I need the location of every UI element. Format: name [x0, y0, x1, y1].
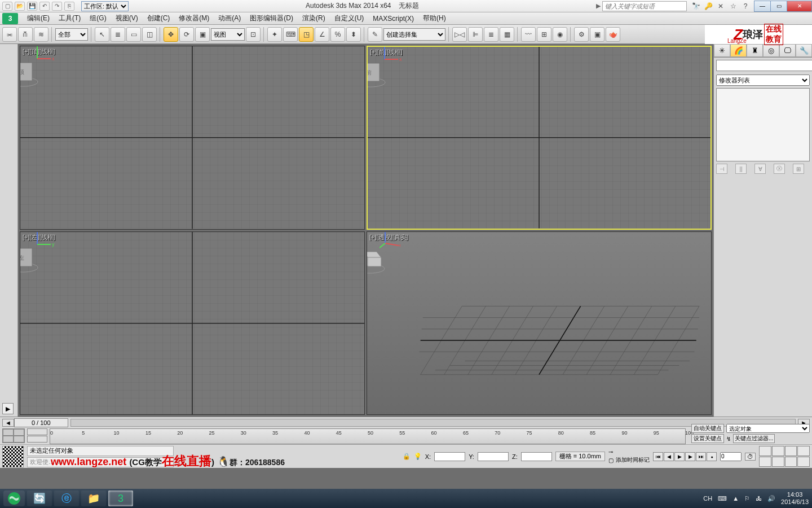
key-mode-toggle-icon[interactable]: ⬥	[707, 452, 717, 461]
time-tag-icon[interactable]: ▢	[608, 457, 614, 463]
menu-maxscript[interactable]: MAXScript(X)	[368, 15, 418, 23]
zoom-extents-all-icon[interactable]	[797, 446, 810, 456]
coord-x-input[interactable]	[434, 452, 465, 461]
tab-hierarchy-icon[interactable]: ♜	[747, 44, 763, 57]
tab-modify-icon[interactable]: 🌈	[730, 44, 747, 57]
trackbar-keys-icon[interactable]	[27, 428, 47, 444]
scroll-left-icon[interactable]: ◄	[2, 419, 14, 427]
goto-end-icon[interactable]: ⏭	[696, 452, 706, 461]
tray-network-icon[interactable]: 🖧	[756, 495, 762, 502]
rotate-tool-icon[interactable]: ⟳	[179, 27, 194, 42]
mirror-icon[interactable]: ▷◁	[452, 27, 467, 42]
viewport-layout-icon[interactable]	[2, 428, 25, 443]
taskbar-ie-icon[interactable]: ⓔ	[54, 491, 79, 506]
pin-stack-icon[interactable]: ⊣	[716, 164, 727, 174]
taskbar-3dsmax-icon[interactable]: 3	[108, 491, 133, 506]
close-button[interactable]: ✕	[787, 1, 812, 12]
tab-create-icon[interactable]: ✳	[714, 44, 730, 57]
coord-y-input[interactable]	[478, 452, 509, 461]
render-setup-icon[interactable]: ⚙	[574, 27, 589, 42]
max-toggle-icon[interactable]	[797, 457, 810, 467]
key-filters-icon[interactable]: ↯	[726, 436, 731, 442]
minimize-button[interactable]: —	[754, 1, 771, 12]
menu-help[interactable]: 帮助(H)	[418, 14, 451, 23]
tray-ime-icon[interactable]: ⌨	[718, 495, 727, 502]
search-play-icon[interactable]: ▶	[596, 2, 601, 10]
spinner-snap-icon[interactable]: ⬍	[346, 27, 361, 42]
goto-start-icon[interactable]: ⏮	[653, 452, 663, 461]
current-frame-input[interactable]	[720, 452, 742, 461]
start-button-icon[interactable]	[3, 491, 25, 506]
viewcube-icon[interactable]: 顶	[20, 55, 350, 230]
keyboard-shortcut-icon[interactable]: ⌨	[283, 27, 298, 42]
select-by-name-icon[interactable]: ≣	[111, 27, 125, 42]
menu-graph[interactable]: 图形编辑器(D)	[245, 14, 298, 23]
maximize-button[interactable]: ▭	[770, 1, 787, 12]
modifier-list-dropdown[interactable]: 修改器列表	[716, 75, 810, 86]
curve-editor-icon[interactable]: 〰	[521, 27, 536, 42]
tray-clock[interactable]: 14:03 2014/6/13	[781, 491, 809, 506]
graphite-icon[interactable]: ▦	[500, 27, 514, 42]
save-icon[interactable]: 💾	[27, 2, 37, 11]
material-editor-icon[interactable]: ◉	[553, 27, 567, 42]
new-icon[interactable]: ▢	[2, 2, 12, 11]
orbit-icon[interactable]	[785, 457, 797, 467]
time-config-icon[interactable]: ⏱	[745, 453, 756, 461]
zoom-extents-icon[interactable]	[785, 446, 797, 456]
named-selection-dropdown[interactable]: 创建选择集	[383, 28, 445, 41]
render-production-icon[interactable]: 🫖	[606, 27, 620, 42]
time-slider-track[interactable]	[70, 419, 796, 427]
ref-coord-dropdown[interactable]: 视图	[211, 28, 245, 41]
zoom-all-icon[interactable]	[772, 446, 784, 456]
menu-create[interactable]: 创建(C)	[143, 14, 175, 23]
tray-volume-icon[interactable]: 🔊	[767, 495, 775, 502]
app-logo-icon[interactable]: 3	[2, 13, 18, 24]
snap-toggle-icon[interactable]: ◳	[299, 27, 314, 42]
play-icon[interactable]: ▶	[674, 452, 685, 461]
exchange-icon[interactable]: ✕	[716, 2, 725, 11]
unlink-tool-icon[interactable]: ⫚	[18, 27, 33, 42]
key-target-dropdown[interactable]: 选定对象	[726, 424, 810, 433]
viewport-perspective[interactable]: [+][透视][真实] zx	[367, 231, 712, 415]
selection-filter-dropdown[interactable]: 全部	[55, 28, 88, 41]
show-end-result-icon[interactable]: ||	[735, 164, 747, 174]
object-name-input[interactable]	[716, 60, 812, 71]
zoom-icon[interactable]	[759, 446, 771, 456]
link-icon[interactable]: ⎘	[64, 2, 74, 11]
help-icon[interactable]: ?	[741, 2, 750, 11]
rendered-frame-icon[interactable]: ▣	[590, 27, 604, 42]
viewcube-icon[interactable]	[367, 240, 697, 415]
key-icon[interactable]: 🔑	[704, 2, 713, 11]
binoculars-icon[interactable]: 🔭	[691, 2, 700, 11]
menu-animation[interactable]: 动画(A)	[214, 14, 245, 23]
menu-modifiers[interactable]: 修改器(M)	[174, 14, 214, 23]
redo-icon[interactable]: ↷	[52, 2, 62, 11]
schematic-view-icon[interactable]: ⊞	[537, 27, 551, 42]
make-unique-icon[interactable]: ∀	[754, 164, 766, 174]
scale-tool-icon[interactable]: ▣	[195, 27, 210, 42]
expand-panel-icon[interactable]: ▶	[2, 403, 14, 414]
next-frame-icon[interactable]: ▶	[685, 452, 695, 461]
viewport-top[interactable]: [+][顶][线框] yx 顶	[20, 46, 365, 230]
auto-key-button[interactable]: 自动关键点	[691, 424, 724, 433]
link-tool-icon[interactable]: ⫘	[2, 27, 17, 42]
tray-arrow-icon[interactable]: ▲	[732, 495, 739, 502]
fov-icon[interactable]	[759, 457, 771, 467]
favorite-icon[interactable]: ☆	[729, 2, 738, 11]
key-filters-button[interactable]: 关键点过滤器...	[733, 434, 775, 443]
track-bar-ruler[interactable]: 0510152025303540455055606570758085909510…	[50, 428, 686, 444]
prev-frame-icon[interactable]: ◀	[664, 452, 674, 461]
angle-snap-icon[interactable]: ∠	[315, 27, 329, 42]
select-object-icon[interactable]: ↖	[95, 27, 109, 42]
menu-render[interactable]: 渲染(R)	[298, 14, 330, 23]
percent-snap-icon[interactable]: %	[330, 27, 345, 42]
tab-utilities-icon[interactable]: 🔧	[796, 44, 812, 57]
select-region-icon[interactable]: ▭	[126, 27, 141, 42]
add-time-tag[interactable]: 添加时间标记	[616, 456, 650, 464]
pan-icon[interactable]	[772, 457, 784, 467]
key-mode-icon[interactable]: ⊸	[608, 449, 613, 455]
viewport-front[interactable]: [+][前][线框] zx 前	[367, 46, 712, 230]
workspace-selector[interactable]: 工作区: 默认	[81, 1, 129, 11]
time-slider[interactable]: 0 / 100	[14, 418, 68, 427]
isolate-icon[interactable]: 💡	[414, 453, 422, 460]
